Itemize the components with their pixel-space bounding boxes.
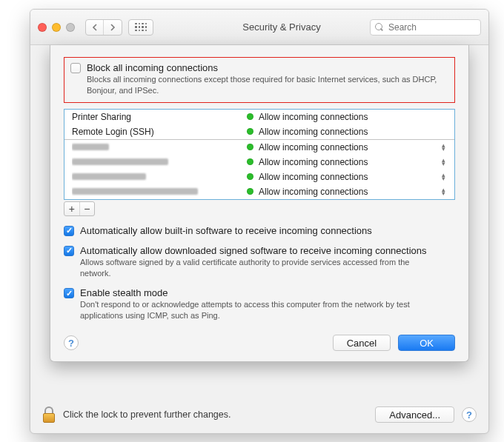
sheet-help-button[interactable]: ? bbox=[64, 335, 79, 350]
status-dot-icon bbox=[247, 144, 253, 150]
table-row[interactable]: Remote Login (SSH) Allow incoming connec… bbox=[64, 124, 454, 139]
block-all-checkbox[interactable] bbox=[70, 63, 81, 73]
minimize-window-button[interactable] bbox=[52, 23, 61, 32]
auto-signed-row[interactable]: Automatically allow downloaded signed so… bbox=[64, 245, 455, 256]
status-cell[interactable]: Allow incoming connections bbox=[247, 157, 440, 167]
nav-back-forward bbox=[85, 19, 122, 36]
remove-app-button[interactable]: − bbox=[80, 202, 95, 215]
stealth-label: Enable stealth mode bbox=[80, 287, 168, 298]
table-row[interactable]: Allow incoming connections ▴▾ bbox=[64, 155, 454, 170]
show-all-prefs-button[interactable] bbox=[128, 19, 153, 36]
ok-button[interactable]: OK bbox=[398, 335, 455, 351]
block-all-option-box: Block all incoming connections Blocks al… bbox=[64, 57, 455, 103]
status-label: Allow incoming connections bbox=[259, 157, 368, 167]
table-row[interactable]: Allow incoming connections ▴▾ bbox=[64, 140, 454, 155]
chevron-updown-icon[interactable]: ▴▾ bbox=[440, 158, 447, 166]
chevron-updown-icon[interactable]: ▴▾ bbox=[440, 144, 447, 151]
sheet-footer: ? Cancel OK bbox=[64, 335, 455, 351]
firewall-app-list: Printer Sharing Allow incoming connectio… bbox=[64, 109, 455, 200]
table-row[interactable]: Allow incoming connections ▴▾ bbox=[64, 184, 454, 199]
window-bottom-bar: Click the lock to prevent further change… bbox=[42, 406, 477, 423]
grid-icon bbox=[135, 23, 147, 32]
lock-text: Click the lock to prevent further change… bbox=[63, 409, 231, 420]
add-app-button[interactable]: + bbox=[64, 202, 80, 215]
chevron-updown-icon[interactable]: ▴▾ bbox=[440, 173, 447, 181]
service-name: Printer Sharing bbox=[72, 112, 247, 122]
status-dot-icon bbox=[247, 158, 253, 165]
app-name bbox=[72, 187, 247, 197]
add-remove-buttons: + − bbox=[64, 201, 95, 216]
auto-builtin-checkbox[interactable] bbox=[64, 226, 74, 236]
status-cell[interactable]: Allow incoming connections bbox=[247, 112, 447, 122]
window-toolbar: Security & Privacy bbox=[30, 10, 488, 45]
block-all-label: Block all incoming connections bbox=[87, 62, 218, 73]
stealth-row[interactable]: Enable stealth mode bbox=[64, 287, 455, 298]
service-name: Remote Login (SSH) bbox=[72, 127, 247, 137]
app-name bbox=[72, 172, 247, 182]
nav-forward-button[interactable] bbox=[104, 20, 122, 35]
block-all-desc: Blocks all incoming connections except t… bbox=[87, 74, 448, 96]
status-label: Allow incoming connections bbox=[259, 127, 368, 137]
status-label: Allow incoming connections bbox=[259, 187, 368, 197]
status-dot-icon bbox=[247, 188, 253, 195]
close-window-button[interactable] bbox=[38, 23, 47, 32]
lock-icon[interactable] bbox=[42, 406, 56, 423]
status-dot-icon bbox=[247, 113, 253, 120]
status-label: Allow incoming connections bbox=[259, 142, 368, 153]
status-cell[interactable]: Allow incoming connections bbox=[247, 172, 440, 182]
table-row[interactable]: Printer Sharing Allow incoming connectio… bbox=[64, 110, 454, 124]
firewall-options-sheet: Block all incoming connections Blocks al… bbox=[50, 45, 469, 362]
search-input[interactable] bbox=[387, 21, 476, 33]
status-dot-icon bbox=[247, 128, 253, 135]
window-help-button[interactable]: ? bbox=[462, 407, 477, 422]
search-field-wrap[interactable] bbox=[370, 19, 481, 36]
nav-back-button[interactable] bbox=[86, 20, 104, 35]
traffic-lights bbox=[38, 23, 75, 32]
status-label: Allow incoming connections bbox=[259, 112, 368, 122]
zoom-window-button[interactable] bbox=[66, 23, 75, 32]
status-cell[interactable]: Allow incoming connections bbox=[247, 187, 440, 197]
status-cell[interactable]: Allow incoming connections bbox=[247, 127, 447, 137]
block-all-row[interactable]: Block all incoming connections bbox=[70, 62, 448, 73]
app-name bbox=[72, 157, 247, 167]
system-preferences-window: Security & Privacy Block all incoming co… bbox=[30, 9, 489, 434]
auto-builtin-row[interactable]: Automatically allow built-in software to… bbox=[64, 225, 455, 236]
status-label: Allow incoming connections bbox=[259, 172, 368, 182]
auto-signed-desc: Allows software signed by a valid certif… bbox=[80, 257, 436, 279]
advanced-button[interactable]: Advanced... bbox=[375, 406, 454, 423]
chevron-right-icon bbox=[110, 24, 116, 31]
stealth-checkbox[interactable] bbox=[64, 288, 74, 298]
auto-signed-label: Automatically allow downloaded signed so… bbox=[80, 245, 427, 256]
cancel-button[interactable]: Cancel bbox=[333, 335, 391, 351]
app-name bbox=[72, 142, 247, 153]
search-icon bbox=[375, 23, 383, 31]
status-cell[interactable]: Allow incoming connections bbox=[247, 142, 440, 153]
auto-signed-checkbox[interactable] bbox=[64, 246, 74, 256]
chevron-left-icon bbox=[92, 24, 98, 31]
window-body: Block all incoming connections Blocks al… bbox=[30, 45, 488, 433]
table-row[interactable]: Allow incoming connections ▴▾ bbox=[64, 170, 454, 184]
stealth-desc: Don't respond to or acknowledge attempts… bbox=[80, 299, 436, 321]
chevron-updown-icon[interactable]: ▴▾ bbox=[440, 188, 447, 195]
auto-builtin-label: Automatically allow built-in software to… bbox=[80, 225, 372, 236]
status-dot-icon bbox=[247, 173, 253, 180]
